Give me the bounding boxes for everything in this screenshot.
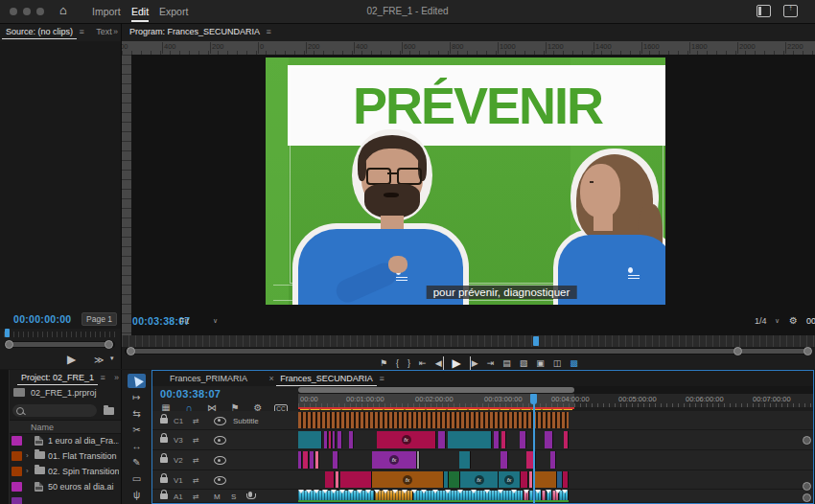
export-frame-button[interactable]: ▣ (536, 356, 545, 370)
share-icon[interactable]: ↑ (783, 5, 798, 17)
clip[interactable] (336, 471, 339, 488)
audio-keyframe-marker[interactable] (498, 490, 503, 493)
clip[interactable] (501, 451, 508, 469)
clip[interactable] (333, 431, 336, 448)
clip[interactable] (329, 431, 332, 448)
name-column-header[interactable]: Name (31, 423, 54, 432)
program-settings-icon[interactable]: ⚙ (789, 315, 798, 326)
new-bin-icon[interactable] (104, 407, 114, 415)
audio-keyframe-marker[interactable] (555, 490, 561, 493)
clip[interactable] (349, 431, 354, 448)
clip[interactable]: fx (499, 471, 521, 488)
audio-keyframe-marker[interactable] (471, 490, 477, 493)
timeline-ruler[interactable]: 00:0000:01:00:0000:02:00:0000:03:00:0000… (298, 394, 813, 407)
go-to-in-button[interactable]: ⇤ (419, 356, 427, 370)
audio-keyframe-marker[interactable] (457, 490, 463, 493)
audio-keyframe-marker[interactable] (348, 490, 354, 493)
track-header-v3[interactable]: V3⇄ (152, 430, 298, 450)
audio-keyframe-marker[interactable] (365, 490, 371, 493)
source-seek-ruler[interactable] (4, 332, 115, 337)
timeline-zoom-scrollbar[interactable] (298, 386, 813, 394)
clip[interactable] (545, 431, 553, 448)
track-lock-icon[interactable] (160, 418, 168, 424)
audio-keyframe-marker[interactable] (322, 490, 328, 493)
project-row[interactable]: ›02. Spin Transition (10, 464, 121, 479)
program-seek-ruler[interactable] (122, 335, 815, 347)
audio-keyframe-marker[interactable] (339, 490, 345, 493)
project-row[interactable]: 50 euros al dia.ai (10, 479, 121, 494)
track-header-v1[interactable]: V1⇄ (152, 470, 298, 490)
tab-sequence-primaria[interactable]: Frances_PRIMARIA (166, 371, 251, 385)
mark-in-button[interactable]: { (396, 356, 399, 370)
audio-keyframe-marker[interactable] (535, 490, 541, 493)
home-icon[interactable]: ⌂ (59, 3, 67, 17)
source-playhead[interactable] (5, 329, 10, 337)
audio-keyframe-marker[interactable] (357, 490, 362, 493)
track-header-v2[interactable]: V2⇄ (152, 450, 298, 470)
project-item-label[interactable]: 02. Spin Transition (48, 467, 119, 476)
timeline-playhead-handle[interactable] (530, 394, 537, 404)
comparison-view-button[interactable]: ◫ (553, 356, 562, 370)
clip[interactable] (448, 431, 492, 448)
timeline-panel-menu-icon[interactable]: ≡ (379, 374, 384, 383)
clip[interactable] (564, 431, 569, 448)
audio-keyframe-marker[interactable] (411, 490, 417, 493)
project-search-input[interactable] (12, 404, 97, 417)
clip[interactable] (521, 471, 528, 488)
clip[interactable]: fx (372, 471, 444, 488)
audio-keyframe-marker[interactable] (432, 490, 438, 493)
clip[interactable]: fx (460, 471, 499, 488)
timeline-vscroll-knob-2[interactable] (803, 482, 811, 491)
expand-chevron-icon[interactable]: › (26, 451, 29, 460)
clip[interactable] (303, 451, 309, 469)
clip[interactable] (333, 451, 338, 469)
clip[interactable] (534, 471, 557, 488)
tab-source[interactable]: Source: (no clips) (2, 24, 77, 39)
track-visibility-icon[interactable] (214, 456, 226, 465)
clip[interactable] (526, 451, 536, 469)
solo-button[interactable]: S (231, 492, 236, 500)
clip[interactable] (449, 471, 460, 488)
play-button[interactable]: ▶ (453, 356, 461, 370)
track-lock-icon[interactable] (160, 457, 168, 463)
clip[interactable] (438, 431, 446, 448)
sync-lock-icon[interactable]: ⇄ (193, 436, 199, 445)
track-header-a1[interactable]: A1⇄MS (152, 490, 298, 503)
track-select-forward-tool[interactable]: ↦ (128, 390, 146, 404)
window-close-button[interactable] (10, 8, 17, 15)
pen-tool[interactable]: ✎ (128, 455, 146, 470)
menu-import[interactable]: Import (92, 6, 121, 17)
audio-keyframe-marker[interactable] (546, 490, 551, 493)
sync-lock-icon[interactable]: ⇄ (193, 492, 199, 500)
track-v3[interactable]: fx (298, 430, 813, 450)
add-marker-button[interactable]: ⚑ (380, 356, 387, 370)
tab-program[interactable]: Program: Frances_SECUNDARIA (126, 24, 264, 38)
track-lock-icon[interactable] (160, 477, 168, 483)
project-item-label[interactable]: 50 euros al dia.ai (48, 482, 119, 492)
clip[interactable] (315, 451, 319, 469)
audio-keyframe-marker[interactable] (511, 490, 517, 493)
clip[interactable] (550, 451, 556, 469)
label-color-chip[interactable] (12, 436, 22, 446)
project-panel-menu-icon[interactable]: ≡ (101, 373, 105, 382)
razor-tool[interactable]: ✂ (128, 423, 146, 437)
track-lock-icon[interactable] (160, 437, 168, 443)
source-panel-menu-icon[interactable]: ≡ (80, 27, 84, 36)
lift-button[interactable]: ▤ (502, 356, 511, 370)
audio-keyframe-marker[interactable] (298, 490, 304, 493)
audio-keyframe-marker[interactable] (484, 490, 490, 493)
extract-button[interactable]: ▧ (520, 356, 528, 370)
step-forward-button[interactable]: ▶ (470, 356, 478, 370)
project-tab-overflow-icon[interactable]: » (114, 373, 119, 382)
clip[interactable]: fx (377, 431, 436, 448)
collapsed-panel-strip[interactable] (0, 370, 10, 504)
ripple-edit-tool[interactable]: ⇆ (128, 406, 146, 421)
audio-keyframe-marker[interactable] (306, 490, 312, 493)
window-minimize-button[interactable] (23, 8, 31, 15)
source-more-buttons-icon[interactable]: ≫ (94, 355, 104, 365)
track-a1[interactable] (298, 490, 813, 503)
zoom-level-select[interactable]: Fit (179, 316, 189, 326)
source-timecode[interactable]: 00:00:00:00 (13, 313, 72, 325)
timeline-vscroll-knob-3[interactable] (803, 493, 811, 502)
playback-resolution-caret-icon[interactable]: ∨ (775, 317, 780, 325)
